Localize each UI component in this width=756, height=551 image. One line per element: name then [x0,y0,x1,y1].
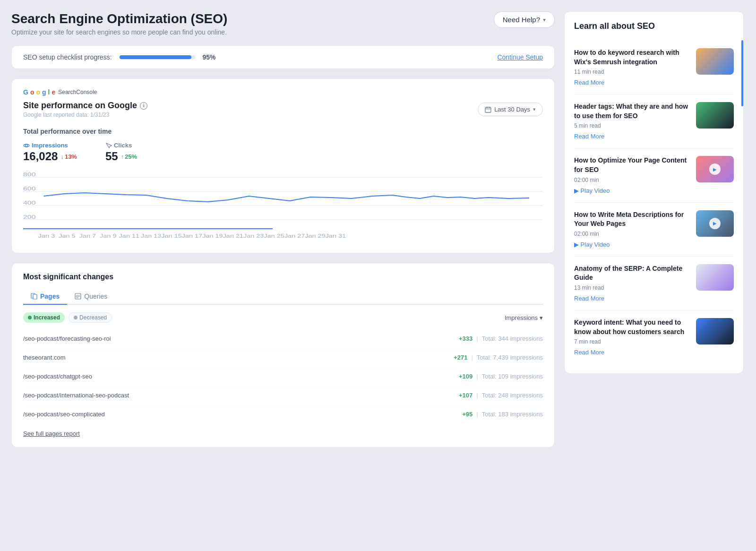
svg-text:Jan 23: Jan 23 [243,233,264,239]
svg-point-4 [26,144,28,146]
chevron-down-icon: ▾ [540,314,543,321]
svg-text:Jan 9: Jan 9 [100,233,116,239]
learn-item-title: How to Optimize Your Page Content for SE… [574,156,689,174]
gsc-header-row: Site performance on Google i Google last… [23,101,543,118]
svg-text:200: 200 [23,214,36,220]
row-url: theseorant.com [23,354,66,361]
learn-item-action[interactable]: Read More [574,79,604,86]
info-icon[interactable]: i [140,102,147,110]
gsc-logo: Google SearchConsole [23,88,543,96]
learn-text: Keyword intent: What you need to know ab… [574,318,689,356]
changes-card: Most significant changes Pages [11,263,555,448]
learn-item-action[interactable]: ▶ Play Video [574,187,610,194]
see-full-report-link[interactable]: See full pages report [23,430,80,437]
eye-icon [23,142,30,149]
continue-setup-link[interactable]: Continue Setup [497,53,543,61]
row-total: Total: 109 impressions [482,373,543,380]
learn-title: Learn all about SEO [574,21,734,31]
progress-track [120,55,195,59]
learn-item-action[interactable]: Read More [574,295,604,302]
progress-fill [120,55,191,59]
learn-item-action[interactable]: ▶ Play Video [574,241,610,248]
learn-thumbnail [696,264,734,291]
changes-title: Most significant changes [23,273,543,281]
learn-item: How to Optimize Your Page Content for SE… [574,148,734,202]
play-icon: ▶ [709,164,721,175]
svg-text:Jan 5: Jan 5 [59,233,75,239]
chart-section: Total performance over time Impressions … [23,128,543,243]
svg-text:Jan 15: Jan 15 [161,233,182,239]
tab-pages[interactable]: Pages [23,289,67,305]
row-stats: +107 | Total: 248 impressions [454,392,543,399]
svg-rect-29 [33,294,37,299]
calendar-icon [485,106,491,113]
performance-chart: 800 600 400 200 Jan 3 Jan 5 Jan 7 Jan 9 … [23,168,543,243]
badge-increased[interactable]: Increased [23,312,65,323]
page-title: Search Engine Optimization (SEO) [11,11,227,26]
row-change: +333 [454,335,472,342]
learn-item: How to do keyword research with Wix's Se… [574,41,734,95]
learn-item-title: Anatomy of the SERP: A Complete Guide [574,264,689,283]
svg-text:Jan 31: Jan 31 [326,233,346,239]
learn-item-meta: 13 min read [574,284,689,291]
learn-item-meta: 11 min read [574,69,689,75]
learn-thumbnail [696,318,734,344]
row-total: Total: 7,439 impressions [477,354,543,361]
dot-icon [74,316,77,319]
row-stats: +333 | Total: 344 impressions [454,335,543,342]
svg-text:Jan 11: Jan 11 [119,233,140,239]
row-url: /seo-podcast/forecasting-seo-roi [23,335,111,342]
chevron-down-icon: ▾ [543,17,546,23]
svg-text:400: 400 [23,200,36,206]
row-change: +271 [448,354,467,361]
row-total: Total: 183 impressions [482,411,543,418]
learn-item-action[interactable]: Read More [574,133,604,140]
badge-decreased[interactable]: Decreased [69,312,112,323]
gsc-card: Google SearchConsole Site performance on… [11,78,555,253]
need-help-button[interactable]: Need Help? ▾ [494,11,555,28]
svg-rect-0 [485,107,491,112]
row-change: +95 [454,411,472,418]
chart-container: 800 600 400 200 Jan 3 Jan 5 Jan 7 Jan 9 … [23,168,543,243]
chevron-down-icon: ▾ [533,106,536,112]
gsc-logo-text: SearchConsole [58,89,97,95]
date-range-button[interactable]: Last 30 Days ▾ [478,103,543,116]
tab-queries[interactable]: Queries [67,289,115,305]
learn-item-title: Keyword intent: What you need to know ab… [574,318,689,336]
clicks-metric: Clicks 55 ↑ 25% [105,142,137,163]
table-row: /seo-podcast/seo-complicated +95 | Total… [23,405,543,423]
learn-item-title: Header tags: What they are and how to us… [574,102,689,121]
learn-text: How to Write Meta Descriptions for Your … [574,210,689,249]
learn-item: Header tags: What they are and how to us… [574,95,734,148]
setup-label: SEO setup checklist progress: [23,53,112,61]
scrollbar-indicator[interactable] [741,40,743,106]
queries-icon [75,293,81,300]
svg-text:Jan 7: Jan 7 [79,233,96,239]
page-header: Search Engine Optimization (SEO) Optimiz… [11,11,555,36]
table-row: /seo-podcast/international-seo-podcast +… [23,386,543,405]
svg-text:Jan 13: Jan 13 [141,233,162,239]
row-url: /seo-podcast/international-seo-podcast [23,392,129,399]
row-change: +107 [454,392,472,399]
impressions-metric: Impressions 16,028 ↓ 13% [23,142,77,163]
row-total: Total: 344 impressions [482,335,543,342]
table-row: /seo-podcast/chatgpt-seo +109 | Total: 1… [23,367,543,386]
svg-text:Jan 17: Jan 17 [182,233,203,239]
impressions-sort[interactable]: Impressions ▾ [505,314,543,321]
impressions-underline [23,228,273,229]
learn-text: Anatomy of the SERP: A Complete Guide 13… [574,264,689,302]
learn-text: How to Optimize Your Page Content for SE… [574,156,689,194]
svg-text:Jan 27: Jan 27 [284,233,305,239]
learn-thumbnail: ▶ [696,156,734,182]
learn-items-container: How to do keyword research with Wix's Se… [574,41,734,364]
svg-text:Jan 21: Jan 21 [223,233,244,239]
metrics-row: Impressions 16,028 ↓ 13% [23,142,543,163]
changes-table: /seo-podcast/forecasting-seo-roi +333 | … [23,329,543,423]
progress-percentage: 95% [203,53,216,61]
svg-text:Jan 19: Jan 19 [202,233,223,239]
learn-text: Header tags: What they are and how to us… [574,102,689,140]
setup-progress-card: SEO setup checklist progress: 95% Contin… [11,45,555,69]
filter-badges: Increased Decreased [23,312,112,323]
learn-item-action[interactable]: Read More [574,349,604,356]
learn-item-meta: 02:00 min [574,231,689,237]
